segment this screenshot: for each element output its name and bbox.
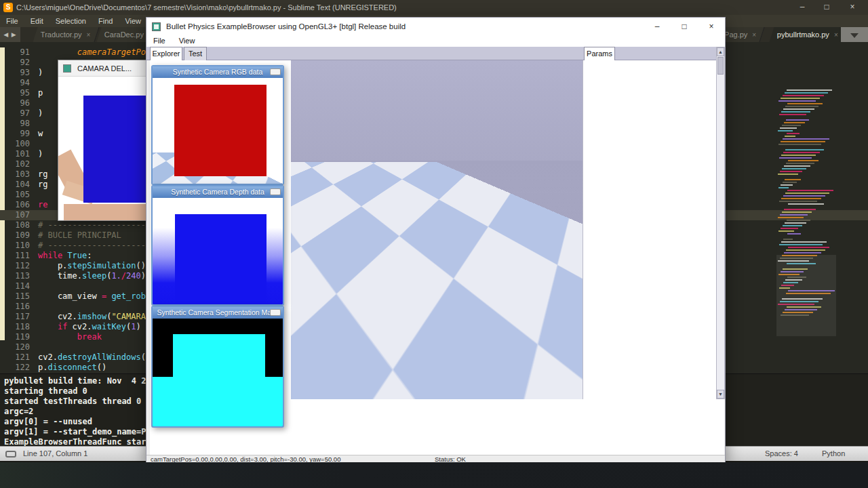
tab-overflow-dropdown-icon[interactable] bbox=[841, 27, 868, 42]
scroll-down-icon[interactable]: ▼ bbox=[717, 390, 724, 399]
robot-camera-cube[interactable] bbox=[414, 231, 455, 272]
menu-view[interactable]: View bbox=[119, 15, 147, 27]
segmentation-image bbox=[153, 319, 283, 426]
line-number: 98 bbox=[0, 119, 30, 129]
line-number: 120 bbox=[0, 342, 30, 352]
line-number: 117 bbox=[0, 312, 30, 322]
syntax-label[interactable]: Python bbox=[822, 449, 845, 458]
sublime-close-button[interactable]: × bbox=[841, 0, 864, 15]
indent-setting-label[interactable]: Spaces: 4 bbox=[765, 449, 798, 458]
menu-file[interactable]: File bbox=[0, 15, 24, 27]
opencv-window-title: CAMARA DEL... bbox=[77, 60, 132, 77]
depth-image bbox=[153, 198, 283, 304]
line-number: 95 bbox=[0, 88, 30, 98]
tab-params[interactable]: Params bbox=[584, 47, 615, 61]
sublime-window-title: C:\Users\migue\OneDrive\Documentos\7 sem… bbox=[16, 0, 397, 15]
code-text: re bbox=[38, 200, 47, 210]
bullet-menubar: FileView bbox=[146, 35, 725, 47]
depth-window-title: Synthetic Camera Depth data bbox=[153, 186, 283, 198]
segmentation-window-button[interactable] bbox=[270, 309, 281, 316]
line-number: 111 bbox=[0, 251, 30, 261]
params-scrollbar[interactable]: ▲ ▼ bbox=[716, 47, 725, 399]
horizon-fog bbox=[291, 161, 583, 232]
bullet-window[interactable]: Bullet Physics ExampleBrowser using Open… bbox=[146, 17, 726, 462]
rgb-window-button[interactable] bbox=[270, 68, 281, 75]
bullet-window-title: Bullet Physics ExampleBrowser using Open… bbox=[166, 18, 406, 35]
line-number: 118 bbox=[0, 322, 30, 332]
code-text: cv2.destroyAllWindows() bbox=[38, 352, 151, 363]
scroll-up-icon[interactable]: ▲ bbox=[717, 47, 724, 56]
code-text: ) bbox=[38, 68, 43, 78]
scrollbar-thumb[interactable] bbox=[717, 57, 724, 75]
tab-traductor[interactable]: Traductor.py× bbox=[33, 27, 99, 42]
line-number: 106 bbox=[0, 200, 30, 210]
tab-explorer[interactable]: Explorer bbox=[150, 47, 182, 61]
line-number: 91 bbox=[0, 47, 30, 58]
tab-test[interactable]: Test bbox=[184, 47, 207, 60]
opengl-viewport[interactable] bbox=[291, 60, 583, 399]
segmentation-ground-mask bbox=[153, 377, 283, 426]
bullet-minimize-button[interactable]: – bbox=[647, 19, 667, 34]
code-text: p.stepSimulation() bbox=[38, 261, 146, 271]
rgb-image bbox=[153, 78, 283, 184]
code-text: cv2.imshow("CAMARA bbox=[38, 312, 151, 322]
sublime-maximize-button[interactable]: □ bbox=[815, 0, 838, 15]
depth-window-button[interactable] bbox=[270, 188, 281, 195]
code-text: if cv2.waitKey(1) & bbox=[38, 322, 151, 332]
code-text: # BUCLE PRINCIPAL bbox=[38, 230, 121, 241]
depth-cube bbox=[175, 214, 267, 304]
z-axis-tip bbox=[430, 171, 437, 178]
menu-selection[interactable]: Selection bbox=[50, 15, 92, 27]
cursor-position-label[interactable]: Line 107, Column 1 bbox=[23, 449, 87, 458]
line-number: 108 bbox=[0, 220, 30, 230]
tab-pybullrtmako[interactable]: pybullrtmako.py× bbox=[769, 27, 846, 42]
line-number: 93 bbox=[0, 68, 30, 78]
line-number: 97 bbox=[0, 108, 30, 119]
code-text: break bbox=[38, 332, 102, 342]
code-text: rg bbox=[38, 169, 47, 180]
tab-close-icon[interactable]: × bbox=[87, 31, 91, 39]
rgb-red-cube bbox=[174, 85, 267, 176]
line-number: 104 bbox=[0, 180, 30, 190]
tab-close-icon[interactable]: × bbox=[834, 31, 838, 39]
line-number: 105 bbox=[0, 190, 30, 200]
bullet-titlebar[interactable]: Bullet Physics ExampleBrowser using Open… bbox=[146, 18, 725, 35]
vintage-mode-icon bbox=[5, 451, 16, 458]
bullet-menu-file[interactable]: File bbox=[146, 35, 172, 47]
line-number: 100 bbox=[0, 139, 30, 149]
line-number: 121 bbox=[0, 352, 30, 363]
synthetic-camera-segmentation-window[interactable]: Synthetic Camera Segmentation Mask bbox=[151, 306, 284, 428]
menu-find[interactable]: Find bbox=[92, 15, 119, 27]
code-text: p bbox=[38, 88, 43, 98]
line-number: 107 bbox=[0, 210, 30, 220]
red-cube-object[interactable] bbox=[460, 230, 542, 312]
line-number: 99 bbox=[0, 129, 30, 139]
line-number: 115 bbox=[0, 291, 30, 302]
code-text: time.sleep(1./240) bbox=[38, 271, 146, 281]
opencv-window-icon bbox=[63, 64, 71, 73]
line-number: 112 bbox=[0, 261, 30, 271]
bullet-menu-view[interactable]: View bbox=[172, 35, 202, 47]
code-text: ) bbox=[38, 108, 43, 119]
tab-close-icon[interactable]: × bbox=[752, 31, 756, 39]
sublime-titlebar: S C:\Users\migue\OneDrive\Documentos\7 s… bbox=[0, 0, 868, 15]
menu-edit[interactable]: Edit bbox=[24, 15, 50, 27]
synthetic-camera-rgb-window[interactable]: Synthetic Camera RGB data bbox=[151, 65, 284, 185]
tab-nav-arrows-icon[interactable]: ◀ ▶ bbox=[0, 27, 20, 42]
panel-separator bbox=[583, 60, 583, 399]
line-number: 116 bbox=[0, 302, 30, 312]
line-number: 101 bbox=[0, 149, 30, 159]
line-number: 94 bbox=[0, 78, 30, 88]
bullet-close-button[interactable]: × bbox=[701, 19, 722, 34]
bullet-maximize-button[interactable]: □ bbox=[674, 19, 694, 34]
z-axis-line bbox=[432, 174, 435, 239]
line-number: 113 bbox=[0, 271, 30, 281]
bullet-tabbar bbox=[146, 47, 725, 60]
rgb-window-title: Synthetic Camera RGB data bbox=[153, 66, 283, 78]
line-number: 109 bbox=[0, 230, 30, 241]
synthetic-camera-depth-window[interactable]: Synthetic Camera Depth data bbox=[151, 185, 284, 306]
sublime-minimize-button[interactable]: – bbox=[791, 0, 814, 15]
minimap[interactable] bbox=[776, 87, 836, 373]
line-number: 114 bbox=[0, 281, 30, 291]
segmentation-cube-mask bbox=[173, 334, 265, 377]
